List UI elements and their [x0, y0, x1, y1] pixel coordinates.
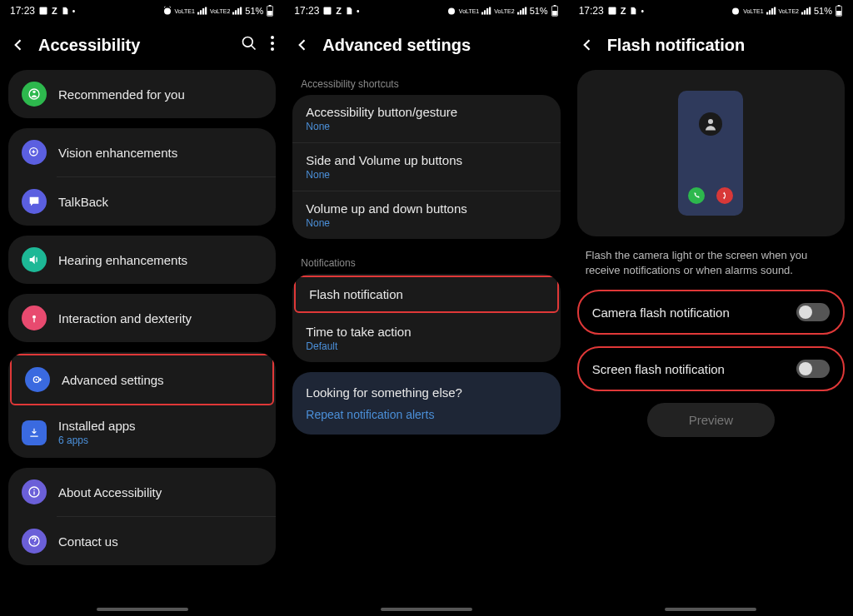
screen-advanced-settings: 17:23 Z • VoLTE1 VoLTE2 51% Advanced set…: [284, 0, 568, 616]
search-icon[interactable]: [241, 35, 257, 55]
status-time: 17:23: [10, 5, 35, 17]
volte1-icon: VoLTE1: [459, 8, 479, 14]
svg-rect-20: [324, 7, 332, 15]
item-interaction[interactable]: Interaction and dexterity: [8, 294, 276, 342]
item-recommended[interactable]: Recommended for you: [8, 70, 276, 118]
svg-rect-29: [836, 11, 841, 16]
svg-point-1: [164, 8, 171, 15]
section-label-shortcuts: Accessibility shortcuts: [284, 70, 568, 95]
row-title: Accessibility button/gesture: [306, 105, 546, 119]
highlight-camera-flash: Camera flash notification: [577, 290, 845, 335]
item-label: Vision enhancements: [58, 146, 177, 160]
signal1-icon: [197, 7, 207, 15]
status-bar: 17:23 Z • VoLTE1 VoLTE2 51%: [284, 0, 568, 20]
doc-icon: [61, 6, 69, 16]
highlight-screen-flash: Screen flash notification: [577, 346, 845, 391]
svg-rect-17: [33, 491, 34, 494]
item-label: Hearing enhancements: [58, 253, 187, 267]
row-sub: None: [306, 169, 546, 181]
alarm-icon: [446, 6, 456, 16]
svg-point-12: [32, 315, 36, 319]
toggle-label: Screen flash notification: [592, 362, 725, 376]
svg-point-14: [36, 379, 37, 380]
phone-preview: [577, 70, 845, 236]
item-vision[interactable]: Vision enhancements: [8, 128, 276, 176]
gallery-icon: [38, 6, 48, 16]
card-interaction: Interaction and dexterity: [8, 294, 276, 342]
z-icon: Z: [336, 6, 342, 16]
toggle-switch[interactable]: [796, 360, 830, 378]
svg-point-21: [448, 8, 455, 15]
status-battery: 51%: [245, 6, 263, 16]
screen-flash-notification: 17:23 Z • VoLTE1 VoLTE2 51% Flash notifi…: [569, 0, 853, 616]
signal2-icon: [232, 7, 242, 15]
item-volume-updown[interactable]: Volume up and down buttons None: [292, 191, 560, 239]
item-label: Recommended for you: [58, 87, 185, 102]
screen-accessibility: 17:23 Z • VoLTE1 VoLTE2 51%: [0, 0, 284, 616]
phone-mock: [678, 91, 743, 216]
doc-icon: [629, 6, 637, 16]
item-label: TalkBack: [58, 195, 108, 209]
volte2-icon: VoLTE2: [494, 8, 514, 14]
item-time-to-take-action[interactable]: Time to take action Default: [292, 315, 560, 362]
link-repeat-notification-alerts[interactable]: Repeat notification alerts: [306, 408, 546, 421]
item-accessibility-button[interactable]: Accessibility button/gesture None: [292, 95, 560, 142]
question-icon: [22, 529, 47, 554]
svg-rect-3: [269, 5, 272, 6]
item-side-volume[interactable]: Side and Volume up buttons None: [292, 143, 560, 191]
z-icon: Z: [621, 6, 626, 16]
back-button[interactable]: [8, 35, 28, 55]
more-dot-icon: •: [641, 7, 644, 16]
header: Flash notification: [569, 20, 853, 70]
header: Accessibility: [0, 20, 284, 70]
item-hearing[interactable]: Hearing enhancements: [8, 236, 276, 284]
more-dot-icon: •: [72, 7, 76, 16]
item-label: Installed apps: [58, 419, 136, 433]
home-indicator[interactable]: [97, 608, 188, 611]
preview-button[interactable]: Preview: [647, 403, 775, 437]
home-indicator[interactable]: [665, 608, 756, 611]
toggle-switch[interactable]: [796, 303, 830, 321]
header: Advanced settings: [284, 20, 568, 70]
back-button[interactable]: [292, 35, 312, 55]
item-screen-flash[interactable]: Screen flash notification: [579, 348, 843, 390]
row-title: Time to take action: [306, 325, 546, 339]
item-flash-notification[interactable]: Flash notification: [294, 276, 558, 313]
info-icon: [22, 479, 47, 504]
page-title: Flash notification: [607, 36, 843, 55]
card-looking: Looking for something else? Repeat notif…: [292, 372, 560, 435]
chat-icon: [22, 189, 47, 214]
item-talkback[interactable]: TalkBack: [8, 177, 276, 226]
gallery-icon: [607, 6, 617, 16]
toggle-label: Camera flash notification: [592, 306, 730, 320]
volte2-icon: VoLTE2: [210, 8, 230, 14]
card-shortcuts: Accessibility button/gesture None Side a…: [292, 95, 560, 239]
card-advanced-installed: Advanced settings Installed apps 6 apps: [8, 352, 276, 458]
item-installed-apps[interactable]: Installed apps 6 apps: [8, 407, 276, 458]
item-about[interactable]: About Accessibility: [8, 468, 276, 516]
battery-icon: [266, 5, 274, 17]
battery-icon: [835, 5, 843, 17]
section-label-notifications: Notifications: [284, 249, 568, 274]
item-camera-flash[interactable]: Camera flash notification: [579, 291, 843, 333]
alarm-icon: [162, 6, 172, 16]
item-sublabel: 6 apps: [58, 435, 136, 446]
signal2-icon: [801, 7, 811, 15]
doc-icon: [345, 6, 353, 16]
home-indicator[interactable]: [381, 608, 472, 611]
item-advanced-settings[interactable]: Advanced settings: [10, 354, 274, 405]
back-button[interactable]: [577, 35, 597, 55]
decline-call-icon: [716, 187, 733, 204]
card-hearing: Hearing enhancements: [8, 236, 276, 284]
item-contact[interactable]: Contact us: [8, 517, 276, 565]
item-label: Contact us: [58, 534, 118, 549]
gear-plus-icon: [25, 367, 50, 392]
svg-rect-4: [268, 11, 273, 16]
signal2-icon: [517, 7, 527, 15]
more-dot-icon: •: [357, 7, 360, 16]
status-battery: 51%: [530, 6, 548, 16]
person-icon: [699, 112, 722, 136]
volte1-icon: VoLTE1: [743, 8, 763, 14]
status-bar: 17:23 Z • VoLTE1 VoLTE2 51%: [0, 0, 284, 20]
more-icon[interactable]: [271, 36, 274, 54]
